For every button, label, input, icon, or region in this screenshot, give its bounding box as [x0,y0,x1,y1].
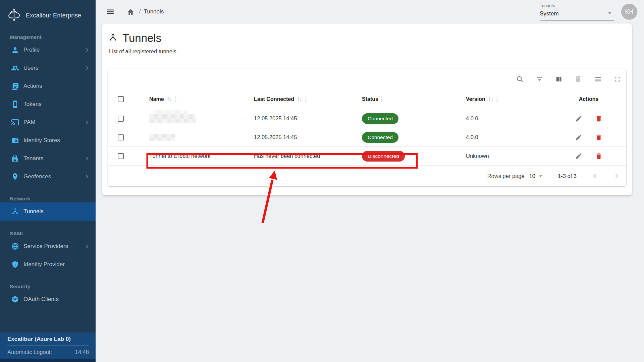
sidebar-item-tunnels[interactable]: Tunnels [0,202,96,221]
sidebar-footer: Excalibur (Azure Lab 0) Automatic Logout… [0,333,96,362]
next-page-icon[interactable] [611,171,622,181]
sidebar-item-geofences[interactable]: Geofences [0,168,96,186]
status-badge: Disconnected [362,151,405,162]
tenants-select[interactable]: Tenants System [540,3,614,21]
column-header-last-connected: Last Connected [254,96,362,102]
column-header-version: Version [466,96,551,102]
column-header-actions: Actions [551,96,626,102]
section-label-network: Network [10,196,88,202]
breadcrumb-current: Tunnels [144,8,164,15]
delete-trash-icon[interactable] [594,151,604,161]
version-cell: Unknown [466,153,551,159]
sidebar-item-tenants[interactable]: Tenants [0,149,96,168]
column-menu-icon[interactable] [305,96,307,102]
screen: Excalibur Enterprise Management Profile … [0,0,644,362]
sidebar-item-label: OAuth Clients [23,296,90,303]
chevron-right-icon [84,65,90,71]
sort-icon[interactable] [297,97,303,102]
rows-per-page-select[interactable]: 10 [529,173,544,179]
delete-trash-icon[interactable] [594,114,604,124]
rows-per-page-value: 10 [529,173,535,179]
table-row[interactable]: 12.05.2025 14:45 Connected 4.0.0 [108,109,626,128]
chevron-right-icon [84,155,90,162]
last-connected-cell: 12.05.2025 14:45 [254,134,362,140]
edit-pencil-icon[interactable] [574,114,584,124]
sidebar-item-users[interactable]: Users [0,59,96,77]
sort-icon[interactable] [166,97,173,102]
row-checkbox[interactable] [118,116,124,122]
row-checkbox[interactable] [118,134,124,140]
sidebar-item-oauth-clients[interactable]: OAuth Clients [0,290,96,308]
tunnels-card: Tunnels List of all registered tunnels. [102,23,632,195]
row-checkbox[interactable] [118,153,124,159]
sidebar-item-actions[interactable]: Actions [0,77,96,95]
table-row[interactable]: 12.05.2025 14:45 Connected 4.0.0 [108,128,626,147]
caret-down-icon [606,9,613,18]
shield-info-icon [11,260,19,268]
sidebar-item-label: Geofences [23,173,79,180]
chevron-right-icon [84,119,90,126]
sidebar-item-profile[interactable]: Profile [0,41,96,59]
column-menu-icon[interactable] [381,96,382,102]
sidebar-item-label: Tunnels [23,208,90,215]
filter-icon[interactable] [533,74,546,84]
sidebar-nav: Management Profile Users [0,34,96,308]
auto-logout-value: 14:48 [75,349,89,355]
previous-page-icon[interactable] [590,171,600,181]
column-header-status: Status [362,96,466,102]
avatar-initials: KH [625,8,633,15]
column-menu-icon[interactable] [175,96,176,102]
sidebar-item-label: Identity Provider [23,261,90,268]
table-paper: Name Last Connected [108,69,626,186]
main-area: / Tunnels Tenants System KH [96,0,644,362]
header-divider [106,61,628,61]
search-icon[interactable] [514,74,526,84]
sidebar-item-pam[interactable]: PAM [0,113,96,131]
pagination-range: 1-3 of 3 [558,173,577,179]
page-subtitle: List of all registered tunnels. [109,48,626,55]
app-logo-row: Excalibur Enterprise [0,0,96,24]
tunnel-hub-icon [108,33,118,44]
rows-per-page-label: Rows per page [487,173,525,179]
sidebar-item-service-providers[interactable]: Service Providers [0,237,96,255]
fullscreen-icon[interactable] [611,74,624,84]
table-row-highlighted[interactable]: Tunnel to a local network Has never been… [108,147,626,166]
sidebar-item-tokens[interactable]: Tokens [0,95,96,113]
delete-trash-icon[interactable] [594,132,604,142]
version-cell: 4.0.0 [466,115,551,122]
column-header-label: Status [362,96,378,102]
building-icon [11,155,19,163]
hamburger-menu-icon[interactable] [105,6,116,17]
breadcrumb-home-icon[interactable] [125,7,136,17]
status-badge: Connected [362,132,398,143]
table-header-row: Name Last Connected [108,89,626,109]
column-menu-icon[interactable] [496,96,498,102]
version-cell: 4.0.0 [466,134,551,140]
sidebar-item-identity-provider[interactable]: Identity Provider [0,255,96,274]
sidebar-item-identity-stores[interactable]: Identity Stores [0,131,96,149]
tenants-select-label: Tenants [540,3,614,8]
density-icon[interactable] [591,74,604,84]
sidebar-item-label: Profile [23,47,79,53]
chevron-right-icon [84,47,90,53]
redacted-name [149,134,175,141]
chevron-right-icon [84,173,90,180]
select-all-checkbox[interactable] [118,96,124,102]
actions-list-icon [11,82,19,90]
delete-icon[interactable] [572,74,585,84]
section-label-security: Security [10,284,88,290]
sidebar: Excalibur Enterprise Management Profile … [0,0,96,362]
columns-icon[interactable] [552,74,565,84]
footer-strip [0,359,96,362]
last-connected-cell: 12.05.2025 14:45 [254,115,362,122]
column-header-label: Version [466,96,485,102]
auto-logout-label: Automatic Logout: [7,349,52,355]
sort-icon[interactable] [488,97,494,102]
avatar[interactable]: KH [621,4,637,20]
edit-pencil-icon[interactable] [574,151,584,161]
edit-pencil-icon[interactable] [574,132,584,142]
globe-icon [11,242,19,250]
page-title: Tunnels [122,32,161,45]
section-label-saml: SAML [10,231,88,237]
sidebar-item-label: Identity Stores [23,137,90,144]
